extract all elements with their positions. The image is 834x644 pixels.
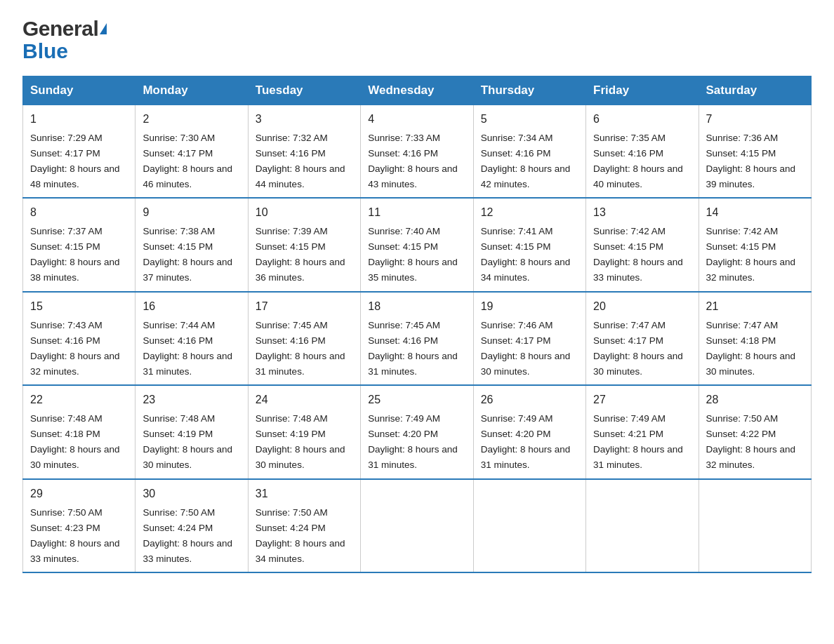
sunrise-info: Sunrise: 7:47 AM	[706, 320, 779, 330]
page-header: General Blue	[22, 17, 812, 62]
calendar-cell: 23Sunrise: 7:48 AMSunset: 4:19 PMDayligh…	[135, 385, 248, 478]
calendar-cell: 3Sunrise: 7:32 AMSunset: 4:16 PMDaylight…	[248, 105, 360, 199]
sunset-info: Sunset: 4:18 PM	[706, 335, 776, 346]
daylight-info: Daylight: 8 hours and 40 minutes.	[593, 163, 683, 189]
sunrise-info: Sunrise: 7:50 AM	[143, 507, 215, 518]
day-number: 31	[256, 485, 353, 503]
day-number: 16	[143, 298, 240, 316]
sunrise-info: Sunrise: 7:45 AM	[256, 320, 328, 330]
day-number: 14	[706, 204, 804, 222]
calendar-cell: 16Sunrise: 7:44 AMSunset: 4:16 PMDayligh…	[135, 292, 248, 385]
logo: General Blue	[22, 17, 107, 62]
day-of-week-saturday: Saturday	[699, 76, 811, 105]
calendar-cell: 20Sunrise: 7:47 AMSunset: 4:17 PMDayligh…	[586, 292, 699, 385]
daylight-info: Daylight: 8 hours and 32 minutes.	[706, 444, 796, 470]
sunrise-info: Sunrise: 7:30 AM	[143, 133, 215, 143]
calendar-cell: 28Sunrise: 7:50 AMSunset: 4:22 PMDayligh…	[699, 385, 811, 478]
day-number: 5	[481, 111, 578, 128]
daylight-info: Daylight: 8 hours and 30 minutes.	[143, 444, 232, 470]
calendar-cell	[361, 479, 473, 572]
calendar-cell: 15Sunrise: 7:43 AMSunset: 4:16 PMDayligh…	[23, 292, 135, 385]
day-number: 6	[593, 111, 691, 128]
logo-blue-text: Blue	[22, 41, 68, 62]
daylight-info: Daylight: 8 hours and 30 minutes.	[706, 351, 796, 377]
calendar-cell	[699, 479, 811, 572]
day-number: 2	[143, 111, 240, 128]
daylight-info: Daylight: 8 hours and 43 minutes.	[368, 163, 458, 189]
day-number: 1	[30, 111, 128, 128]
calendar-week-row: 22Sunrise: 7:48 AMSunset: 4:18 PMDayligh…	[23, 385, 812, 478]
sunset-info: Sunset: 4:15 PM	[143, 241, 213, 252]
daylight-info: Daylight: 8 hours and 30 minutes.	[481, 351, 571, 377]
sunrise-info: Sunrise: 7:49 AM	[481, 413, 553, 424]
daylight-info: Daylight: 8 hours and 33 minutes.	[143, 538, 232, 564]
calendar-cell: 7Sunrise: 7:36 AMSunset: 4:15 PMDaylight…	[699, 105, 811, 199]
sunrise-info: Sunrise: 7:50 AM	[30, 507, 102, 518]
sunrise-info: Sunrise: 7:46 AM	[481, 320, 553, 330]
calendar-cell: 14Sunrise: 7:42 AMSunset: 4:15 PMDayligh…	[699, 198, 811, 291]
sunrise-info: Sunrise: 7:36 AM	[706, 133, 779, 143]
sunset-info: Sunset: 4:17 PM	[481, 335, 551, 346]
daylight-info: Daylight: 8 hours and 32 minutes.	[706, 257, 796, 283]
day-of-week-thursday: Thursday	[473, 76, 585, 105]
daylight-info: Daylight: 8 hours and 31 minutes.	[256, 351, 345, 377]
day-number: 8	[30, 204, 128, 222]
sunrise-info: Sunrise: 7:43 AM	[30, 320, 102, 330]
day-number: 30	[143, 485, 240, 503]
day-of-week-monday: Monday	[135, 76, 248, 105]
calendar-cell: 18Sunrise: 7:45 AMSunset: 4:16 PMDayligh…	[361, 292, 473, 385]
day-number: 29	[30, 485, 128, 503]
daylight-info: Daylight: 8 hours and 32 minutes.	[30, 351, 120, 377]
daylight-info: Daylight: 8 hours and 31 minutes.	[368, 351, 458, 377]
day-number: 28	[706, 391, 804, 409]
calendar-cell: 8Sunrise: 7:37 AMSunset: 4:15 PMDaylight…	[23, 198, 135, 291]
daylight-info: Daylight: 8 hours and 31 minutes.	[368, 444, 458, 470]
sunset-info: Sunset: 4:24 PM	[256, 523, 326, 533]
sunset-info: Sunset: 4:15 PM	[256, 241, 326, 252]
daylight-info: Daylight: 8 hours and 42 minutes.	[481, 163, 571, 189]
calendar-week-row: 29Sunrise: 7:50 AMSunset: 4:23 PMDayligh…	[23, 479, 812, 572]
sunset-info: Sunset: 4:17 PM	[30, 148, 100, 159]
day-number: 13	[593, 204, 691, 222]
sunset-info: Sunset: 4:17 PM	[143, 148, 213, 159]
calendar-cell: 11Sunrise: 7:40 AMSunset: 4:15 PMDayligh…	[361, 198, 473, 291]
day-number: 26	[481, 391, 578, 409]
sunrise-info: Sunrise: 7:50 AM	[706, 413, 779, 424]
sunrise-info: Sunrise: 7:39 AM	[256, 226, 328, 236]
sunrise-info: Sunrise: 7:42 AM	[706, 226, 779, 236]
daylight-info: Daylight: 8 hours and 48 minutes.	[30, 163, 120, 189]
calendar-cell: 6Sunrise: 7:35 AMSunset: 4:16 PMDaylight…	[586, 105, 699, 199]
calendar-cell: 21Sunrise: 7:47 AMSunset: 4:18 PMDayligh…	[699, 292, 811, 385]
day-number: 17	[256, 298, 353, 316]
sunset-info: Sunset: 4:15 PM	[706, 148, 776, 159]
calendar-week-row: 15Sunrise: 7:43 AMSunset: 4:16 PMDayligh…	[23, 292, 812, 385]
calendar-cell: 22Sunrise: 7:48 AMSunset: 4:18 PMDayligh…	[23, 385, 135, 478]
sunset-info: Sunset: 4:18 PM	[30, 429, 100, 439]
calendar-cell: 13Sunrise: 7:42 AMSunset: 4:15 PMDayligh…	[586, 198, 699, 291]
sunset-info: Sunset: 4:16 PM	[143, 335, 213, 346]
day-number: 19	[481, 298, 578, 316]
sunset-info: Sunset: 4:20 PM	[368, 429, 438, 439]
day-number: 18	[368, 298, 465, 316]
daylight-info: Daylight: 8 hours and 30 minutes.	[593, 351, 683, 377]
calendar-header-row: SundayMondayTuesdayWednesdayThursdayFrid…	[23, 76, 812, 105]
sunset-info: Sunset: 4:23 PM	[30, 523, 100, 533]
calendar-cell: 31Sunrise: 7:50 AMSunset: 4:24 PMDayligh…	[248, 479, 360, 572]
calendar-cell	[473, 479, 585, 572]
daylight-info: Daylight: 8 hours and 34 minutes.	[481, 257, 571, 283]
sunrise-info: Sunrise: 7:49 AM	[593, 413, 666, 424]
calendar-cell: 1Sunrise: 7:29 AMSunset: 4:17 PMDaylight…	[23, 105, 135, 199]
sunset-info: Sunset: 4:16 PM	[256, 148, 326, 159]
sunset-info: Sunset: 4:21 PM	[593, 429, 663, 439]
daylight-info: Daylight: 8 hours and 30 minutes.	[30, 444, 120, 470]
sunrise-info: Sunrise: 7:29 AM	[30, 133, 102, 143]
day-number: 4	[368, 111, 465, 128]
sunset-info: Sunset: 4:22 PM	[706, 429, 776, 439]
day-number: 3	[256, 111, 353, 128]
daylight-info: Daylight: 8 hours and 36 minutes.	[256, 257, 345, 283]
sunrise-info: Sunrise: 7:50 AM	[256, 507, 328, 518]
calendar-cell: 25Sunrise: 7:49 AMSunset: 4:20 PMDayligh…	[361, 385, 473, 478]
sunrise-info: Sunrise: 7:45 AM	[368, 320, 440, 330]
calendar-week-row: 8Sunrise: 7:37 AMSunset: 4:15 PMDaylight…	[23, 198, 812, 291]
calendar-cell: 24Sunrise: 7:48 AMSunset: 4:19 PMDayligh…	[248, 385, 360, 478]
